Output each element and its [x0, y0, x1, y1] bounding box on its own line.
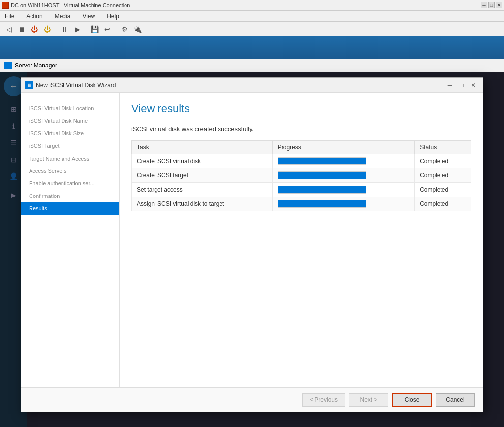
- toolbar-pause[interactable]: ⏸: [59, 23, 70, 35]
- wizard-maximize-btn[interactable]: □: [456, 80, 467, 91]
- wizard-overlay: 🖥 New iSCSI Virtual Disk Wizard ─ □ ✕ iS…: [0, 72, 504, 427]
- progress-bar-container: [278, 157, 366, 165]
- progress-bar-container: [278, 186, 366, 194]
- task-cell: Assign iSCSI virtual disk to target: [132, 197, 273, 211]
- menu-bar: File Action Media View Help: [0, 11, 504, 22]
- minimize-btn[interactable]: ─: [481, 2, 487, 8]
- status-cell: Completed: [415, 168, 471, 183]
- wizard-nav-disk-size[interactable]: iSCSI Virtual Disk Size: [21, 128, 119, 140]
- menu-view[interactable]: View: [79, 12, 98, 21]
- toolbar-undo[interactable]: ↩: [101, 23, 113, 35]
- progress-cell: [272, 183, 414, 197]
- task-cell: Set target access: [132, 183, 273, 197]
- wizard-nav-disk-location[interactable]: iSCSI Virtual Disk Location: [21, 102, 119, 115]
- wizard-nav-target[interactable]: iSCSI Target: [21, 140, 119, 152]
- progress-cell: [272, 154, 414, 168]
- wizard-minimize-btn[interactable]: ─: [444, 80, 455, 91]
- progress-bar-container: [278, 171, 366, 179]
- toolbar-usb[interactable]: 🔌: [131, 23, 143, 35]
- status-cell: Completed: [415, 197, 471, 211]
- table-row: Create iSCSI virtual diskCompleted: [132, 154, 471, 168]
- wizard-nav-results[interactable]: Results: [21, 202, 119, 215]
- toolbar-power[interactable]: ⏻: [29, 23, 40, 35]
- progress-bar-container: [278, 200, 366, 208]
- table-row: Assign iSCSI virtual disk to targetCompl…: [132, 197, 471, 211]
- wizard-nav-confirmation[interactable]: Confirmation: [21, 190, 119, 202]
- menu-file[interactable]: File: [2, 12, 17, 21]
- toolbar-play[interactable]: ▶: [71, 23, 83, 35]
- cancel-button[interactable]: Cancel: [436, 393, 475, 407]
- server-manager-icon: [4, 62, 12, 69]
- table-row: Create iSCSI targetCompleted: [132, 168, 471, 183]
- server-manager-label: Server Manager: [15, 62, 57, 69]
- title-bar: DC on WIN11HOST - Virtual Machine Connec…: [0, 0, 504, 11]
- toolbar-back[interactable]: ◁: [3, 23, 15, 35]
- wizard-nav-target-name[interactable]: Target Name and Access: [21, 153, 119, 165]
- wizard-nav-auth[interactable]: Enable authentication ser...: [21, 177, 119, 190]
- blue-bar: [0, 36, 504, 59]
- wizard-content: View results iSCSI virtual disk was crea…: [120, 93, 483, 387]
- app-icon: [2, 2, 9, 9]
- wizard-body: iSCSI Virtual Disk Location iSCSI Virtua…: [21, 93, 483, 387]
- toolbar: ◁ ⏹ ⏻ ⏻ ⏸ ▶ 💾 ↩ ⚙ 🔌: [0, 22, 504, 36]
- results-table: Task Progress Status Create iSCSI virtua…: [131, 140, 471, 211]
- progress-bar-fill: [278, 158, 366, 164]
- success-message: iSCSI virtual disk was created successfu…: [131, 125, 471, 132]
- progress-bar-fill: [278, 186, 366, 193]
- col-progress: Progress: [272, 141, 414, 154]
- close-button[interactable]: Close: [392, 393, 432, 407]
- wizard-close-btn[interactable]: ✕: [468, 80, 479, 91]
- main-area: ← ⊞ ℹ ☰ ⊟ 👤 ▶ 🖥 New iSCSI Virtual Disk W…: [0, 72, 504, 427]
- menu-media[interactable]: Media: [52, 12, 74, 21]
- status-cell: Completed: [415, 183, 471, 197]
- toolbar-sep3: [116, 24, 116, 34]
- wizard-title-bar: 🖥 New iSCSI Virtual Disk Wizard ─ □ ✕: [21, 78, 483, 93]
- progress-bar-fill: [278, 172, 366, 179]
- wizard-title-text: New iSCSI Virtual Disk Wizard: [36, 82, 444, 89]
- status-cell: Completed: [415, 154, 471, 168]
- window-controls: ─ □ ✕: [481, 2, 502, 8]
- table-row: Set target accessCompleted: [132, 183, 471, 197]
- toolbar-sep2: [86, 24, 86, 34]
- wizard-page-title: View results: [131, 102, 471, 115]
- task-cell: Create iSCSI virtual disk: [132, 154, 273, 168]
- wizard-dialog: 🖥 New iSCSI Virtual Disk Wizard ─ □ ✕ iS…: [21, 77, 483, 412]
- progress-cell: [272, 168, 414, 183]
- progress-bar-fill: [278, 200, 366, 207]
- col-status: Status: [415, 141, 471, 154]
- wizard-nav-access-servers[interactable]: Access Servers: [21, 165, 119, 177]
- previous-button[interactable]: < Previous: [302, 393, 345, 407]
- progress-cell: [272, 197, 414, 211]
- toolbar-settings[interactable]: ⚙: [119, 23, 130, 35]
- wizard-footer: < Previous Next > Close Cancel: [21, 387, 483, 412]
- wizard-nav: iSCSI Virtual Disk Location iSCSI Virtua…: [21, 93, 120, 387]
- toolbar-stop[interactable]: ⏹: [16, 23, 28, 35]
- menu-action[interactable]: Action: [23, 12, 45, 21]
- close-btn[interactable]: ✕: [496, 2, 502, 8]
- wizard-window-controls: ─ □ ✕: [444, 80, 479, 91]
- task-cell: Create iSCSI target: [132, 168, 273, 183]
- toolbar-power2[interactable]: ⏻: [41, 23, 53, 35]
- maximize-btn[interactable]: □: [488, 2, 495, 8]
- col-task: Task: [132, 141, 273, 154]
- wizard-nav-disk-name[interactable]: iSCSI Virtual Disk Name: [21, 115, 119, 127]
- menu-help[interactable]: Help: [104, 12, 122, 21]
- next-button[interactable]: Next >: [349, 393, 388, 407]
- toolbar-sep1: [56, 24, 56, 34]
- toolbar-save[interactable]: 💾: [89, 23, 100, 35]
- title-bar-text: DC on WIN11HOST - Virtual Machine Connec…: [11, 2, 481, 8]
- server-manager-bar: Server Manager: [0, 59, 504, 72]
- wizard-title-icon: 🖥: [25, 81, 33, 89]
